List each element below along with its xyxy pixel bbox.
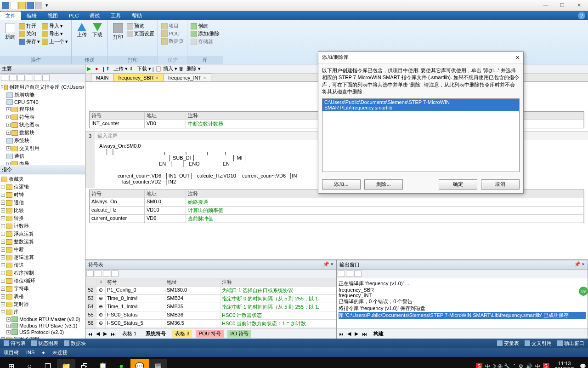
tree-item[interactable]: 表格	[14, 293, 24, 300]
nav-last-icon[interactable]: ⏭	[111, 331, 116, 337]
tray-up-icon[interactable]: ˄	[513, 363, 516, 368]
qat-open-icon[interactable]	[18, 2, 26, 9]
close-button-rb[interactable]: 关闭	[18, 30, 40, 38]
ime2-text[interactable]: 中	[535, 363, 540, 368]
app-task-icon[interactable]: ▦	[149, 359, 167, 368]
btab[interactable]: 数据块	[64, 340, 86, 347]
tree-item[interactable]: 调用子例程	[14, 336, 39, 339]
sbtool-icon[interactable]	[42, 75, 50, 81]
tree-item[interactable]: 浮点运算	[14, 230, 34, 237]
new-button[interactable]: 新建	[3, 22, 17, 41]
tree-item[interactable]: 移位/循环	[14, 277, 35, 284]
tree-item[interactable]: 传送	[14, 262, 24, 269]
clock[interactable]: 11:132017/9/5	[552, 361, 577, 368]
ime-text[interactable]: 中 ☽ ㊝ 🔧	[485, 363, 510, 368]
tree-item[interactable]: 新增功能	[14, 92, 34, 98]
taskbar-app-icon[interactable]: 🗗	[75, 359, 94, 368]
tree-item[interactable]: 向导	[19, 161, 29, 165]
tree-root[interactable]: 创建用户自定义指令库 (C:\Users\	[9, 84, 84, 91]
foot-tab[interactable]: 构建	[371, 330, 386, 338]
menu-help[interactable]: 帮助	[126, 12, 147, 20]
nav-prev-icon[interactable]: ◀	[347, 331, 351, 337]
sbtool-icon[interactable]	[26, 75, 33, 81]
cortana-icon[interactable]: ○	[20, 359, 39, 368]
upload-button[interactable]: 上传	[74, 22, 89, 39]
ptool-icon[interactable]	[338, 270, 345, 277]
menu-debug[interactable]: 调试	[84, 12, 105, 20]
foot-tab[interactable]: I/O 符号	[227, 330, 251, 338]
tree-item[interactable]: 定时器	[14, 301, 29, 308]
volume-icon[interactable]: 🔊	[526, 363, 532, 368]
preview-button[interactable]: 预览	[126, 22, 155, 30]
btab[interactable]: 状态图表	[31, 340, 58, 347]
wechat-icon[interactable]: 💬	[130, 359, 149, 368]
menu-tools[interactable]: 工具	[105, 12, 126, 20]
open-button[interactable]: 打开	[18, 22, 40, 30]
pin-icon[interactable]: 📌	[574, 261, 581, 268]
ptool-icon[interactable]	[103, 270, 110, 277]
sbtool-icon[interactable]	[9, 75, 17, 81]
qat-print-icon[interactable]	[35, 2, 42, 9]
tree-item[interactable]: 交叉引用	[19, 145, 40, 152]
tree-item[interactable]: 时钟	[14, 191, 24, 198]
pagesetup-button[interactable]: 页面设置	[126, 30, 155, 38]
tree-lib[interactable]: Modbus RTU Master (v2.0)	[19, 316, 80, 322]
foot-tab[interactable]: 系统符号	[143, 330, 169, 338]
stop-icon[interactable]: ●	[95, 66, 102, 72]
mem-button[interactable]: 存储器	[190, 38, 220, 46]
down-icon[interactable]: ⬇	[129, 66, 136, 72]
tree-item[interactable]: 字符串	[14, 285, 29, 292]
symbol-table[interactable]: ○符号地址注释 52⊕P1_Config_0SM130.0为端口 1 选择自由口…	[85, 278, 336, 328]
close-icon[interactable]: ×	[156, 75, 158, 80]
qat-save-icon[interactable]	[27, 2, 34, 9]
run-icon[interactable]: ▶	[87, 66, 94, 72]
list-item-selected[interactable]: C:\Users\Public\Documents\Siemens\STEP 7…	[322, 99, 519, 111]
tree-item[interactable]: 整数运算	[14, 238, 34, 245]
addremove-lib-button[interactable]: 添加/删除	[190, 30, 220, 38]
btab[interactable]: 变量表	[497, 340, 519, 347]
taskview-icon[interactable]: ❐	[39, 359, 57, 368]
tree-item[interactable]: 库	[14, 309, 19, 316]
close-icon[interactable]: ×	[331, 261, 334, 268]
tree-item[interactable]: 转换	[14, 215, 24, 222]
project-tree[interactable]: -创建用户自定义指令库 (C:\Users\ 新增功能 CPU ST40 +程序…	[0, 82, 85, 165]
menu-plc[interactable]: PLC	[63, 12, 84, 19]
print-button[interactable]: 打印	[111, 22, 125, 41]
del-icon[interactable]: 🗑	[179, 66, 185, 72]
pin-icon[interactable]: 📌	[323, 261, 329, 268]
explorer-icon[interactable]: 📁	[57, 359, 75, 368]
tree-item[interactable]: 程序块	[19, 106, 34, 113]
notification-badge[interactable]: 59	[579, 287, 588, 296]
instruction-tree[interactable]: 收藏夹 +位逻辑 +时钟 +通信 +比较 +转换 +计数器 +浮点运算 +整数运…	[0, 174, 85, 339]
tree-lib[interactable]: Modbus RTU Slave (v3.1)	[19, 323, 77, 328]
foot-tab[interactable]: 表格 1	[119, 330, 139, 338]
tree-item[interactable]: 通信	[14, 199, 24, 206]
ime-icon[interactable]: S	[476, 363, 482, 368]
menu-file[interactable]: 文件	[0, 12, 21, 20]
tree-item[interactable]: 状态图表	[19, 121, 40, 128]
nav-next-icon[interactable]: ▶	[355, 331, 358, 337]
download-button[interactable]: 下载	[90, 22, 105, 39]
tree-item[interactable]: 数据块	[19, 129, 34, 136]
output-text[interactable]: 正在编译库 'frequency (v1.0)' .... frequency_…	[337, 278, 588, 328]
tree-item[interactable]: 比较	[14, 207, 24, 214]
sbtool-icon[interactable]	[17, 75, 25, 81]
menu-view[interactable]: 视图	[42, 12, 63, 20]
nav-prev-icon[interactable]: ◀	[96, 331, 100, 337]
remove-button[interactable]: 删除...	[364, 179, 403, 190]
maximize-button[interactable]: ☐	[555, 2, 570, 8]
ptool-icon[interactable]	[95, 270, 102, 277]
taskbar-app-icon[interactable]: 📋	[94, 359, 112, 368]
tree-item[interactable]: 中断	[14, 246, 24, 253]
cancel-button[interactable]: 取消	[481, 179, 520, 190]
nav-next-icon[interactable]: ▶	[103, 331, 107, 337]
tree-item[interactable]: CPU ST40	[14, 99, 39, 105]
tree-item[interactable]: 通信	[14, 153, 24, 160]
btab[interactable]: 符号表	[4, 340, 26, 347]
close-icon[interactable]: ×	[582, 261, 585, 268]
btab[interactable]: 输出窗口	[557, 340, 584, 347]
menu-edit[interactable]: 编辑	[21, 12, 42, 20]
nav-last-icon[interactable]: ⏭	[362, 331, 367, 337]
tree-item[interactable]: 位逻辑	[14, 184, 29, 190]
start-button[interactable]: ⊞	[2, 359, 20, 368]
